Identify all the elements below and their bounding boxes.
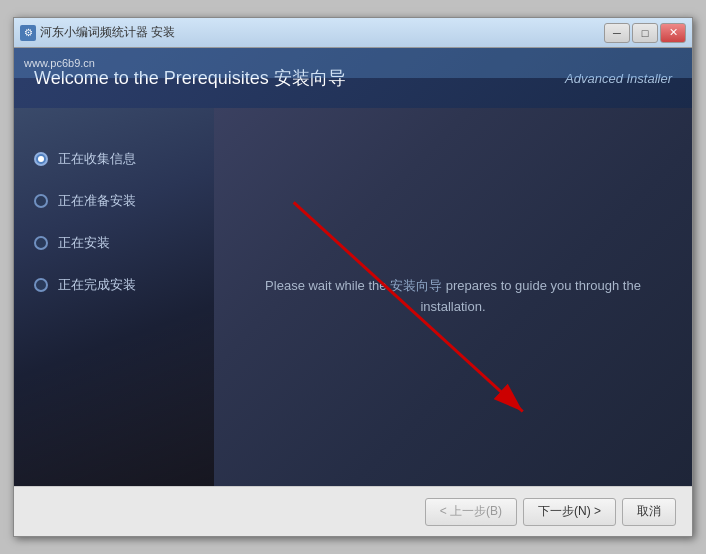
sidebar-label-prepare: 正在准备安装 — [58, 192, 136, 210]
window-title: 河东小编词频统计器 安装 — [40, 24, 175, 41]
installer-window: ⚙ 河东小编词频统计器 安装 ─ □ ✕ www.pc6b9.cn Welcom… — [13, 17, 693, 537]
maximize-button[interactable]: □ — [632, 23, 658, 43]
sidebar-label-collect: 正在收集信息 — [58, 150, 136, 168]
title-bar-controls: ─ □ ✕ — [604, 23, 686, 43]
sidebar-label-install: 正在安装 — [58, 234, 110, 252]
header-title: Welcome to the Prerequisites 安装向导 — [34, 66, 346, 90]
message-suffix: prepares to guide you through the instal… — [420, 278, 640, 314]
close-button[interactable]: ✕ — [660, 23, 686, 43]
sidebar-item-collect: 正在收集信息 — [14, 138, 214, 180]
sidebar-item-prepare: 正在准备安装 — [14, 180, 214, 222]
content-area: Please wait while the 安装向导 prepares to g… — [214, 108, 692, 486]
main-content: 正在收集信息 正在准备安装 正在安装 正在完成安装 Please wait wh… — [14, 108, 692, 486]
footer: < 上一步(B) 下一步(N) > 取消 — [14, 486, 692, 536]
sidebar-item-finish: 正在完成安装 — [14, 264, 214, 306]
content-message: Please wait while the 安装向导 prepares to g… — [263, 276, 643, 318]
sidebar-label-finish: 正在完成安装 — [58, 276, 136, 294]
radio-collect — [34, 152, 48, 166]
sidebar: 正在收集信息 正在准备安装 正在安装 正在完成安装 — [14, 108, 214, 486]
radio-inner-collect — [38, 156, 44, 162]
header-brand: Advanced Installer — [565, 71, 672, 86]
minimize-button[interactable]: ─ — [604, 23, 630, 43]
sidebar-item-install: 正在安装 — [14, 222, 214, 264]
app-icon: ⚙ — [20, 25, 36, 41]
radio-finish — [34, 278, 48, 292]
title-bar: ⚙ 河东小编词频统计器 安装 ─ □ ✕ — [14, 18, 692, 48]
title-bar-left: ⚙ 河东小编词频统计器 安装 — [20, 24, 175, 41]
message-chinese: 安装向导 — [390, 278, 442, 293]
cancel-button[interactable]: 取消 — [622, 498, 676, 526]
message-prefix: Please wait while the — [265, 278, 390, 293]
radio-install — [34, 236, 48, 250]
radio-prepare — [34, 194, 48, 208]
back-button[interactable]: < 上一步(B) — [425, 498, 517, 526]
next-button[interactable]: 下一步(N) > — [523, 498, 616, 526]
header: Welcome to the Prerequisites 安装向导 Advanc… — [14, 48, 692, 108]
